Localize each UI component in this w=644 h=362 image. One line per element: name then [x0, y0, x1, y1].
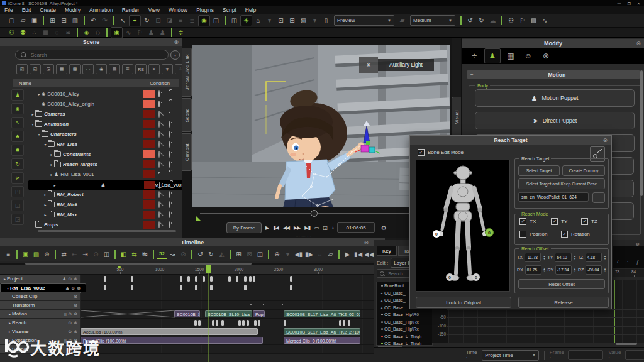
- move-icon[interactable]: +: [129, 15, 141, 26]
- slash-icon[interactable]: [158, 222, 160, 228]
- track-chev-icon[interactable]: ⊙: [68, 312, 72, 317]
- scene-tree-row[interactable]: ▸Reach Targets: [28, 160, 181, 169]
- new-project-icon[interactable]: ▢: [6, 16, 17, 26]
- current-time-field[interactable]: 01:06:05: [337, 222, 375, 233]
- slash-icon[interactable]: [158, 151, 160, 157]
- keyframe[interactable]: [343, 320, 345, 326]
- modify-side-tab-visual[interactable]: Visual: [452, 97, 461, 137]
- go-start-button[interactable]: ▮◀: [273, 225, 279, 231]
- caret2-icon[interactable]: ▾: [309, 16, 320, 26]
- slash-icon[interactable]: [158, 162, 160, 167]
- add-track-icon[interactable]: ⊞: [233, 249, 244, 259]
- tree-expand-icon[interactable]: ▸: [49, 152, 54, 156]
- scene-close-icon[interactable]: ⊗: [174, 39, 179, 45]
- remove-track-icon[interactable]: ⊠: [244, 249, 255, 259]
- select-icon[interactable]: ↖: [118, 16, 128, 26]
- timeline-close-icon[interactable]: ⊗: [364, 239, 369, 246]
- keyframe[interactable]: [203, 276, 205, 282]
- reset-offset-button[interactable]: Reset Offset: [518, 279, 605, 289]
- folder-up-icon[interactable]: ◱: [30, 64, 41, 74]
- viewport-tab-unreal-live-link[interactable]: Unreal Live Link: [182, 48, 192, 97]
- condition-badge[interactable]: [143, 140, 155, 148]
- scene-tree-row[interactable]: Props: [28, 220, 181, 229]
- export-icon[interactable]: ⊟: [58, 16, 69, 26]
- scene-scrollbar[interactable]: [38, 230, 176, 232]
- eye-icon[interactable]: [169, 121, 170, 127]
- eye-icon[interactable]: [158, 101, 160, 107]
- rename-icon[interactable]: RE: [135, 64, 147, 74]
- keyframe[interactable]: [244, 285, 247, 290]
- loop-button[interactable]: ▭: [314, 225, 319, 231]
- menu-view[interactable]: View: [144, 7, 164, 13]
- tl-play-icon[interactable]: ▶: [342, 249, 353, 259]
- key-tab-key[interactable]: Key: [377, 246, 397, 256]
- grid-icon[interactable]: ▦: [40, 28, 51, 38]
- modify-tab-animation[interactable]: ♟: [484, 48, 501, 63]
- tree-expand-icon[interactable]: ▾: [36, 132, 42, 136]
- track-name-reach[interactable]: ▸Reach⊙⊗: [0, 319, 80, 327]
- curve-editor-icon[interactable]: ↝: [167, 249, 178, 259]
- scene-tree-row[interactable]: ▸RM_Max: [28, 210, 181, 219]
- slash-icon[interactable]: [158, 131, 160, 137]
- tree-expand-icon[interactable]: ▸: [36, 92, 42, 96]
- condition-badge[interactable]: [143, 200, 155, 209]
- light-icon[interactable]: ✳: [240, 15, 252, 26]
- add-folder-icon[interactable]: ◰: [16, 64, 28, 74]
- track-person-icon[interactable]: ♟: [65, 286, 69, 291]
- timeline-hscroll[interactable]: [0, 263, 385, 265]
- eye-icon[interactable]: [169, 202, 170, 207]
- keyframe[interactable]: [244, 276, 247, 282]
- slash-icon[interactable]: [158, 192, 160, 197]
- check-position[interactable]: Position: [519, 231, 547, 238]
- tree-expand-icon[interactable]: ▾: [30, 122, 35, 126]
- go-end-button[interactable]: ▶▮: [304, 225, 310, 231]
- condition-badge[interactable]: [143, 120, 155, 128]
- eye-icon[interactable]: [158, 91, 160, 97]
- align-right-icon[interactable]: ▮▶: [304, 249, 314, 259]
- flag-icon[interactable]: ⚐: [517, 16, 528, 26]
- scrubber-handle[interactable]: [311, 210, 318, 217]
- check-tz[interactable]: ✓TZ: [581, 218, 597, 225]
- track-lane-viseme[interactable]: AccuLips (100.00%)SC0010B_SL17_Lisa_A6_T…: [80, 327, 385, 336]
- caption-button[interactable]: ◱: [323, 225, 327, 231]
- lock-to-original-button[interactable]: Lock to Original: [416, 297, 511, 308]
- clip[interactable]: Pupp: [253, 310, 265, 317]
- keyframe[interactable]: [238, 320, 241, 326]
- close-button[interactable]: ✕: [637, 1, 640, 6]
- keyframe[interactable]: [339, 320, 341, 326]
- clip[interactable]: AccuLips (100.00%): [80, 328, 258, 335]
- magnet-icon[interactable]: ⊘: [178, 249, 189, 259]
- keyframe[interactable]: [236, 276, 238, 282]
- range-icon[interactable]: ◫: [101, 249, 112, 259]
- redo-icon[interactable]: ↷: [99, 16, 110, 26]
- track-name-project[interactable]: ▸Project♟⊙⊗: [0, 275, 80, 283]
- span-icon[interactable]: ⇔: [314, 249, 325, 259]
- checkbox[interactable]: ✓: [551, 218, 558, 225]
- track-close-icon[interactable]: ⊗: [74, 312, 77, 317]
- timeline-playhead[interactable]: [206, 265, 211, 273]
- track-close-icon[interactable]: ⊗: [74, 303, 77, 308]
- play-mode-button[interactable]: By Frame: [226, 222, 262, 233]
- caret-icon[interactable]: ▾: [264, 16, 275, 26]
- time-mode-select[interactable]: Project Time ▼: [482, 350, 539, 361]
- keyframe[interactable]: [290, 285, 292, 290]
- track-lane-transform[interactable]: [80, 301, 385, 310]
- frame-input[interactable]: [568, 350, 603, 360]
- track-list-icon[interactable]: ≡: [3, 249, 14, 259]
- snapshot-icon[interactable]: ▧: [298, 16, 309, 26]
- bone-row[interactable]: CC_Base_Hip\Rx: [377, 326, 432, 333]
- eye-icon[interactable]: [169, 141, 170, 147]
- curve-hscroll[interactable]: [616, 343, 637, 345]
- split-view-icon[interactable]: ▦: [56, 64, 67, 74]
- track-chev-icon[interactable]: ⊙: [68, 329, 72, 334]
- mixer-icon[interactable]: ≑: [175, 28, 186, 38]
- condition-badge[interactable]: [143, 110, 155, 118]
- scale-icon[interactable]: ⊡: [153, 16, 164, 26]
- bone-edit-checkbox[interactable]: ✓: [418, 149, 425, 156]
- offset-field-tz[interactable]: 4.18: [586, 253, 602, 262]
- eye-icon[interactable]: [169, 212, 170, 217]
- offset-field-ry[interactable]: -17.34: [555, 265, 572, 275]
- track-person-icon[interactable]: ♟: [62, 277, 66, 282]
- track-chev-icon[interactable]: ⊙: [68, 277, 72, 282]
- dialog-close-icon[interactable]: ⊗: [602, 137, 608, 143]
